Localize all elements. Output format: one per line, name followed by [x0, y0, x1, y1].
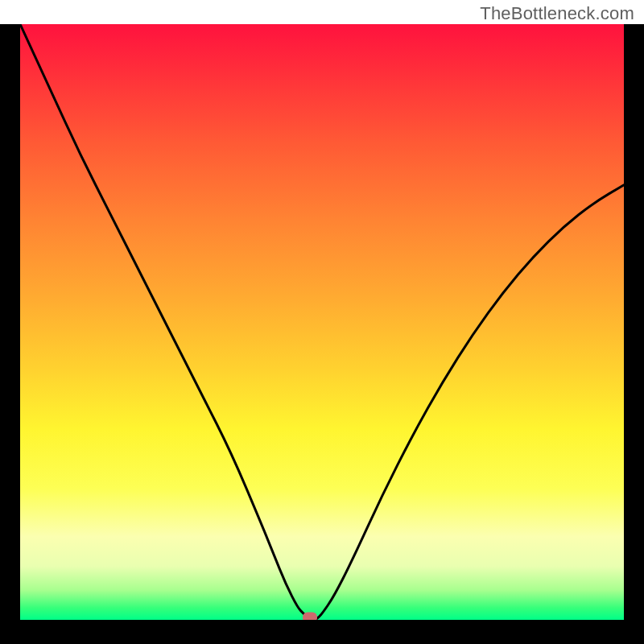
watermark-text: TheBottleneck.com [480, 3, 634, 24]
bottleneck-curve [20, 24, 624, 620]
plot-frame [0, 24, 644, 644]
plot-area [20, 24, 624, 620]
curve-layer [20, 24, 624, 620]
optimal-point-marker [303, 613, 317, 621]
chart-container: TheBottleneck.com [0, 0, 644, 644]
